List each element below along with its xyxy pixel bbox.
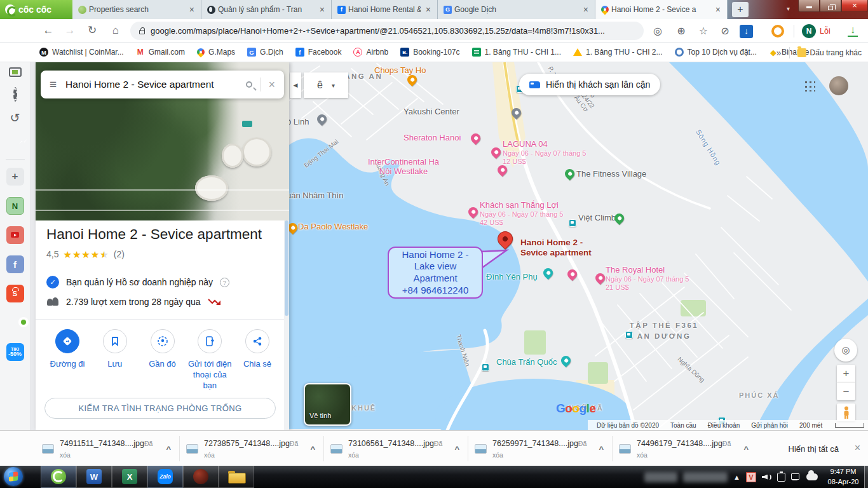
poi-fitness-village[interactable]: The Fitness Village	[576, 169, 646, 179]
review-count[interactable]: (2)	[114, 249, 125, 259]
history-icon[interactable]: ↺	[10, 111, 20, 125]
download-menu-icon[interactable]: ^	[597, 444, 606, 454]
show-hidden-icons-button[interactable]: ▲	[733, 473, 740, 481]
settings-gear-icon[interactable]	[13, 89, 17, 100]
google-logo[interactable]: Google	[556, 402, 595, 416]
onedrive-cloud-icon[interactable]	[806, 473, 818, 480]
new-tab-button[interactable]: +	[732, 2, 749, 17]
tab-close-icon[interactable]: ×	[317, 4, 327, 15]
check-availability-button[interactable]: KIỂM TRA TÌNH TRẠNG PHÒNG TRỐNG	[44, 398, 276, 419]
tab-close-icon[interactable]: ×	[713, 4, 723, 15]
poi-dinh-yen-phu[interactable]: Đình Yên Phụ	[486, 272, 538, 281]
poi-intercontinental[interactable]: InterContinental Hà Nội Westlake	[364, 158, 443, 177]
forward-button[interactable]: →	[62, 23, 78, 38]
poi-viet-climb[interactable]: Việt Climb	[578, 213, 616, 222]
poi-chops-tay-ho[interactable]: Chops Tay Ho	[374, 65, 426, 75]
download-item[interactable]: 73106561_741348....jpgĐã xóa ^	[324, 436, 468, 461]
poi-sheraton[interactable]: Sheraton Hanoi	[403, 133, 461, 143]
main-place-label[interactable]: Hanoi Home 2 - Sevice apartment	[520, 238, 598, 258]
account-avatar[interactable]	[829, 76, 848, 95]
search-icon[interactable]	[246, 81, 252, 88]
back-button[interactable]: ←	[41, 23, 56, 38]
download-menu-icon[interactable]: ^	[742, 444, 750, 454]
my-location-icon[interactable]: ◎	[651, 25, 665, 37]
tab-close-icon[interactable]: ×	[187, 4, 197, 15]
download-item[interactable]: 74911511_741348....jpgĐã xóa ^	[36, 436, 180, 461]
collapse-panel-button[interactable]: ◀	[290, 72, 301, 98]
youtube-shortcut[interactable]	[6, 226, 24, 244]
pegman-button[interactable]	[837, 403, 855, 421]
help-icon[interactable]: ?	[220, 278, 229, 287]
window-minimize-button[interactable]	[798, 0, 820, 12]
nearby-button[interactable]: Gần đó	[140, 329, 186, 391]
zoom-in-button[interactable]: +	[837, 365, 855, 383]
address-bar[interactable]: google.com/maps/place/Hanoi+Home+2+-+Sev…	[130, 22, 644, 40]
window-restore-button[interactable]	[820, 0, 841, 12]
bookmark-star-icon[interactable]: ☆	[696, 25, 710, 37]
show-hotels-button[interactable]: Hiển thị khách sạn lân cận	[519, 74, 660, 95]
download-manager-button[interactable]: ↓	[740, 25, 753, 38]
satellite-toggle[interactable]: Vệ tinh	[304, 383, 351, 426]
show-all-downloads-button[interactable]: Hiển thị tất cả	[789, 431, 839, 466]
tab-hanoi-home-2-active[interactable]: Hanoi Home 2 - Sevice a ×	[595, 0, 728, 19]
taskbar-clock[interactable]: 9:47 PM 08-Apr-20	[824, 467, 863, 487]
zoom-page-icon[interactable]: ⊕	[674, 25, 688, 37]
bookmark-gmail[interactable]: MGmail.com	[136, 48, 185, 57]
taskbar-zalo-button[interactable]: Zalo	[147, 466, 183, 488]
reload-button[interactable]: ↻	[85, 23, 100, 38]
taskbar-explorer-button[interactable]	[219, 466, 254, 488]
attribution-feedback-link[interactable]: Gửi phản hồi	[751, 422, 788, 429]
tab-google-dich[interactable]: G Google Dịch ×	[438, 0, 595, 19]
clear-search-icon[interactable]: ×	[268, 78, 275, 92]
show-desktop-button[interactable]	[864, 466, 868, 488]
download-menu-icon[interactable]: ^	[308, 444, 317, 454]
download-item[interactable]: 76259971_741348....jpgĐã xóa ^	[468, 436, 613, 461]
directions-button[interactable]: Đường đi	[44, 329, 90, 391]
poi-thang-loi[interactable]: Khách sạn Thắng Lợi Ngày 06 - Ngày 07 th…	[480, 201, 563, 226]
download-menu-icon[interactable]: ^	[452, 444, 461, 454]
rating-row[interactable]: 4,5 ★★★★★★★★★★ (2)	[46, 249, 125, 259]
download-item[interactable]: 74496179_741348....jpgĐã xóa ^	[613, 436, 757, 461]
bookmark-facebook[interactable]: fFacebook	[295, 48, 342, 57]
bookmark-airbnb[interactable]: AAirbnb	[353, 48, 388, 57]
bookmarks-overflow-button[interactable]: »	[776, 48, 782, 58]
download-item[interactable]: 72738575_741348....jpgĐã xóa ^	[180, 436, 324, 461]
taskbar-coccoc-button[interactable]	[41, 466, 76, 488]
coccoc-extension-icon[interactable]	[771, 25, 784, 37]
bookmark-top10-dichvu[interactable]: Top 10 Dịch vụ đặt...	[675, 48, 757, 57]
coccoc-menu-button[interactable]: cốc cốc	[0, 0, 72, 19]
transit-stop-icon[interactable]	[625, 331, 633, 339]
poi-ho-linh[interactable]: ồ Linh	[289, 117, 309, 126]
poi-chua-tran-quoc[interactable]: Chùa Trấn Quốc	[496, 357, 557, 367]
business-manage-row[interactable]: ✓ Bạn quản lý Hồ sơ doanh nghiệp này ?	[46, 276, 229, 288]
transit-stop-icon[interactable]	[569, 219, 576, 227]
vietkey-tray-icon[interactable]: V	[746, 472, 756, 482]
speed-dial-icon[interactable]	[9, 67, 22, 77]
close-download-bar-icon[interactable]: ×	[855, 442, 860, 454]
bookmark-gdich[interactable]: GG.Dịch	[247, 48, 283, 57]
adblock-shield-icon[interactable]: ⊘	[718, 25, 732, 37]
profile-avatar[interactable]: N	[802, 24, 816, 38]
menu-hamburger-icon[interactable]: ≡	[50, 78, 57, 92]
tab-hanoi-home-rental[interactable]: f Hanoi Home Rental & S ×	[332, 0, 438, 19]
network-icon[interactable]	[791, 473, 801, 481]
tab-close-icon[interactable]: ×	[581, 4, 591, 15]
volume-icon[interactable]	[762, 473, 771, 481]
share-button[interactable]: Chia sẻ	[234, 329, 280, 391]
my-location-button[interactable]: ◎	[834, 339, 857, 362]
tiki-shortcut[interactable]: TIKI-50%	[6, 343, 24, 361]
tab-properties-search[interactable]: Properties search ×	[72, 0, 201, 19]
facebook-shortcut[interactable]: f	[6, 255, 24, 273]
maps-search-input[interactable]	[64, 78, 238, 91]
poi-da-paolo[interactable]: Da Paolo Westlake	[298, 222, 368, 231]
window-close-button[interactable]: ×	[841, 0, 868, 12]
tab-close-icon[interactable]: ×	[423, 4, 433, 15]
bookmark-gmaps[interactable]: G.Maps	[197, 48, 235, 57]
home-button[interactable]: ⌂	[108, 23, 123, 38]
poi-royal-hotel[interactable]: The Royal Hotel Ngày 06 - Ngày 07 tháng …	[606, 266, 689, 291]
taskbar-excel-button[interactable]: X	[112, 466, 147, 488]
scrollbar-thumb[interactable]	[285, 220, 288, 316]
other-bookmarks-folder[interactable]: Dấu trang khác	[797, 48, 862, 57]
ime-selector[interactable]: ê ▾	[304, 72, 348, 98]
poi-yakushi-center[interactable]: Yakushi Center	[403, 107, 459, 116]
